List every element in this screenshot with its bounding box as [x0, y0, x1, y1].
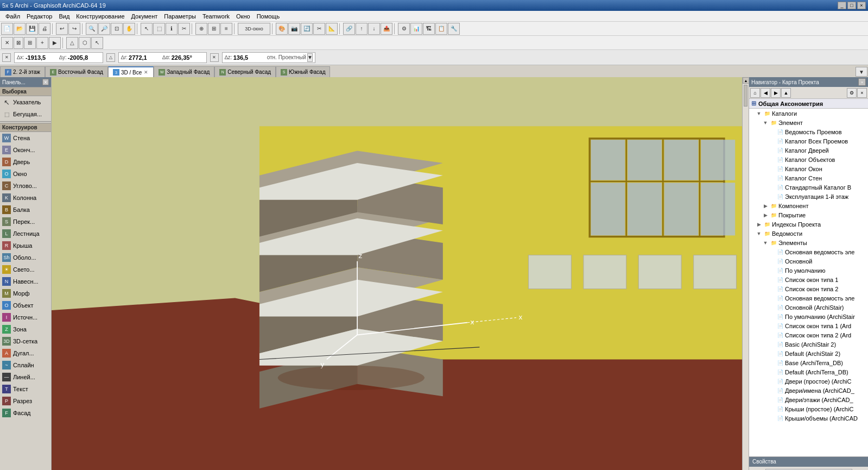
tree-item[interactable]: ▼📁Элементы: [749, 238, 868, 247]
tree-toggle[interactable]: [769, 397, 775, 403]
tool-source[interactable]: I Источн...: [0, 311, 51, 323]
tree-toggle[interactable]: [769, 387, 775, 394]
tree-item[interactable]: 📄Каталог Объектов: [749, 155, 868, 164]
tree-toggle[interactable]: [769, 156, 775, 163]
tree-toggle[interactable]: ▼: [762, 240, 769, 246]
3dwindow-button[interactable]: 3D-окно: [238, 23, 270, 35]
extra-btn4[interactable]: 📋: [435, 23, 447, 35]
ref-dropdown[interactable]: ▼: [307, 53, 313, 62]
tree-toggle[interactable]: [769, 360, 775, 366]
scroll-up-btn[interactable]: ▲: [743, 77, 749, 84]
tree-item[interactable]: 📄Крыши/объемы (ArchiCAD: [749, 413, 868, 423]
tree-toggle[interactable]: [769, 277, 775, 283]
publish-btn[interactable]: 📤: [381, 23, 392, 35]
tree-toggle[interactable]: [769, 369, 775, 375]
tree-toggle[interactable]: [769, 166, 775, 172]
tb2-btn4[interactable]: +: [36, 37, 48, 49]
tool-zone[interactable]: Z Зона: [0, 323, 51, 335]
delete-button[interactable]: ✂: [178, 23, 190, 35]
zoom-in-button[interactable]: 🔍: [86, 23, 98, 35]
rp-close-btn[interactable]: ×: [858, 78, 866, 86]
tree-item[interactable]: ▼📁Ведомости: [749, 229, 868, 238]
redo-button[interactable]: ↪: [68, 23, 80, 35]
minimize-button[interactable]: _: [838, 2, 846, 9]
tree-item[interactable]: 📄Default (ArchiTerra_DB): [749, 367, 868, 377]
rt-back-btn[interactable]: ◀: [761, 88, 770, 98]
teamwork-btn1[interactable]: 🔗: [343, 23, 355, 35]
tree-item[interactable]: 📄Basic (ArchiStair 2): [749, 340, 868, 349]
menu-params[interactable]: Параметры: [161, 12, 199, 21]
tab-3d[interactable]: 3 3D / Все ✕: [108, 66, 154, 77]
render-button[interactable]: 🎨: [276, 23, 288, 35]
tool-column[interactable]: K Колонна: [0, 192, 51, 204]
menu-view[interactable]: Вид: [55, 12, 73, 21]
tree-item[interactable]: 📄Ведомость Проемов: [749, 127, 868, 136]
tool-facade[interactable]: F Фасад: [0, 407, 51, 419]
tb2-btn8[interactable]: ↖: [91, 37, 103, 49]
tool-marquee[interactable]: ⬚ Бегущая...: [0, 108, 51, 120]
fit-button[interactable]: ⊡: [111, 23, 123, 35]
tree-toggle[interactable]: [769, 258, 775, 265]
extra-btn3[interactable]: 🏗: [423, 23, 435, 35]
scroll-vtrack[interactable]: [743, 84, 749, 470]
close-button[interactable]: ×: [857, 2, 866, 9]
tool-corner[interactable]: C Углово...: [0, 180, 51, 192]
tree-item[interactable]: 📄Крыши (простое) (ArchiC: [749, 404, 868, 413]
coord-btn-x[interactable]: ✕: [2, 53, 11, 62]
tree-item[interactable]: ▶📁Покрытие: [749, 210, 868, 220]
tool-stair[interactable]: L Лестница: [0, 228, 51, 240]
tree-toggle[interactable]: [769, 193, 775, 200]
measure-button[interactable]: 📐: [326, 23, 338, 35]
viewport[interactable]: z y x x ▲: [52, 77, 749, 470]
tb2-btn2[interactable]: ⊠: [14, 37, 23, 49]
layer-button[interactable]: ≡: [220, 23, 232, 35]
section-button[interactable]: ✂: [313, 23, 325, 35]
tool-text[interactable]: T Текст: [0, 383, 51, 395]
tool-section[interactable]: Р Разрез: [0, 395, 51, 407]
print-button[interactable]: 🖨: [39, 23, 50, 35]
tb2-btn6[interactable]: △: [66, 37, 78, 49]
tab-options[interactable]: ▼: [856, 67, 867, 77]
tree-toggle[interactable]: [769, 350, 775, 357]
scroll-vthumb[interactable]: [744, 85, 747, 106]
tree-toggle[interactable]: ▶: [762, 203, 769, 209]
tree-item[interactable]: 📄Основная ведомость эле: [749, 293, 868, 303]
tree-toggle[interactable]: ▼: [756, 230, 762, 237]
tree-toggle[interactable]: ▶: [756, 221, 762, 228]
tb2-btn7[interactable]: ⬡: [79, 37, 91, 49]
extra-btn1[interactable]: ⚙: [398, 23, 410, 35]
info-button[interactable]: ℹ: [166, 23, 178, 35]
tree-item[interactable]: 📄Двери (простое) (ArchiC: [749, 377, 868, 386]
tree-item[interactable]: 📄Каталог Дверей: [749, 146, 868, 155]
tool-pointer[interactable]: ↖ Указатель: [0, 96, 51, 108]
tool-end[interactable]: E Оконч...: [0, 144, 51, 156]
tree-item[interactable]: 📄Стандартный Каталог В: [749, 183, 868, 192]
tool-shell[interactable]: Sh Оболо...: [0, 252, 51, 264]
tab-3d-close[interactable]: ✕: [143, 70, 149, 75]
tree-item[interactable]: 📄Основной: [749, 256, 868, 266]
tree-toggle[interactable]: [769, 286, 775, 292]
tool-line[interactable]: — Линей...: [0, 371, 51, 383]
pan-button[interactable]: ✋: [123, 23, 135, 35]
tree-item[interactable]: 📄По умолчанию: [749, 266, 868, 275]
open-button[interactable]: 📂: [14, 23, 26, 35]
tool-beam[interactable]: B Балка: [0, 204, 51, 216]
marquee-button[interactable]: ⬚: [153, 23, 165, 35]
tree-toggle[interactable]: [769, 147, 775, 154]
tree-item[interactable]: 📄По умолчанию (ArchiStair: [749, 312, 868, 321]
grid-button[interactable]: ⊞: [208, 23, 220, 35]
tree-toggle[interactable]: [769, 304, 775, 311]
tb2-btn3[interactable]: ⊞: [24, 37, 36, 49]
tree-item[interactable]: 📄Каталог Всех Проемов: [749, 136, 868, 146]
tree-item[interactable]: 📄Основная ведомость эле: [749, 247, 868, 256]
tool-spline[interactable]: ~ Сплайн: [0, 359, 51, 371]
tree-toggle[interactable]: [769, 406, 775, 412]
tool-curtain[interactable]: N Навесн...: [0, 275, 51, 287]
teamwork-btn2[interactable]: ↑: [356, 23, 368, 35]
tree-toggle[interactable]: [769, 314, 775, 320]
tool-door[interactable]: D Дверь: [0, 156, 51, 168]
tree-toggle[interactable]: [769, 267, 775, 274]
snap-button[interactable]: ⊕: [195, 23, 207, 35]
tree-toggle[interactable]: [769, 378, 775, 385]
menu-help[interactable]: Помощь: [254, 12, 283, 21]
